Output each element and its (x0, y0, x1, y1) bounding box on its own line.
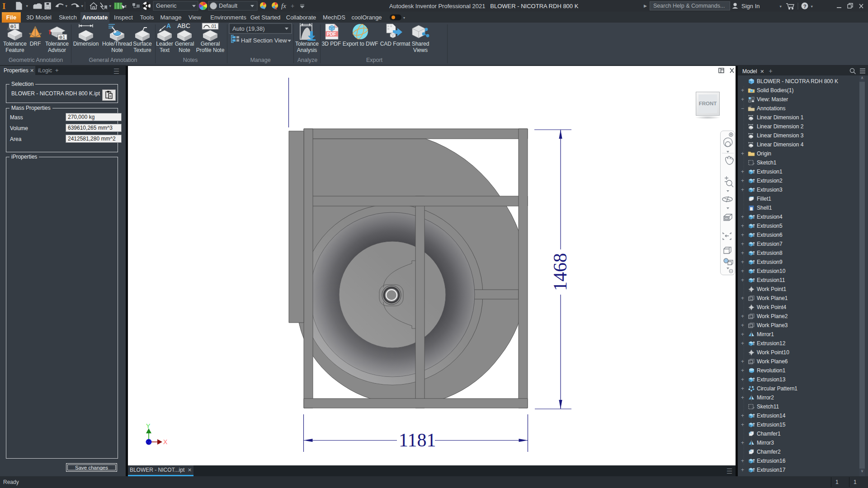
svg-text:Shared: Shared (412, 41, 429, 47)
svg-text:?: ? (803, 4, 807, 9)
svg-text:Note: Note (179, 47, 190, 53)
svg-text:+: + (291, 2, 294, 9)
svg-text:⊕1: ⊕1 (59, 35, 65, 40)
svg-text:Auto (19,38): Auto (19,38) (232, 25, 265, 32)
svg-text:Feature: Feature (5, 47, 24, 53)
svg-text:▼: ▼ (65, 4, 68, 8)
svg-text:Analyze: Analyze (297, 57, 318, 63)
svg-text:Default: Default (219, 2, 238, 9)
svg-text:Notes: Notes (183, 57, 198, 63)
svg-text:▼: ▼ (779, 5, 782, 9)
svg-text:Sign In: Sign In (741, 3, 760, 9)
svg-text:⊕1: ⊕1 (10, 24, 16, 29)
svg-text:DRF: DRF (30, 41, 41, 47)
svg-text:CAD Format: CAD Format (380, 41, 410, 47)
svg-text:Manage: Manage (250, 57, 270, 63)
svg-text:ABC: ABC (177, 23, 190, 29)
svg-text:Profile Note: Profile Note (196, 47, 225, 53)
svg-text:Y: Y (146, 422, 151, 430)
svg-text:1181: 1181 (399, 430, 436, 450)
svg-text:General Annotation: General Annotation (89, 57, 137, 63)
svg-text:x: x (274, 5, 277, 10)
svg-text:Analysis: Analysis (297, 47, 317, 53)
svg-text:Tolerance: Tolerance (3, 41, 27, 47)
svg-text:Texture: Texture (133, 47, 151, 53)
svg-text:▼: ▼ (25, 4, 28, 8)
svg-text:Views: Views (413, 47, 428, 53)
svg-text:Geometric Annotation: Geometric Annotation (9, 57, 63, 63)
svg-text:▼: ▼ (810, 5, 813, 9)
svg-text:Text: Text (160, 47, 170, 53)
svg-text:▾: ▾ (403, 16, 405, 20)
svg-text:Advisor: Advisor (48, 47, 66, 53)
svg-text:Note: Note (111, 47, 123, 53)
svg-text:Leader: Leader (156, 41, 173, 47)
svg-text:General: General (175, 41, 194, 47)
svg-text:fx: fx (281, 2, 286, 9)
svg-text:▼: ▼ (80, 4, 84, 8)
svg-text:PDF: PDF (327, 32, 336, 37)
svg-text:.01: .01 (210, 24, 217, 29)
svg-text:General: General (201, 41, 220, 47)
svg-text:Tolerance: Tolerance (45, 41, 69, 47)
svg-text:Half Section View: Half Section View (241, 37, 287, 44)
svg-text:1468: 1468 (550, 253, 571, 291)
svg-text:Surface: Surface (133, 41, 152, 47)
svg-text:Hole/Thread: Hole/Thread (102, 41, 132, 47)
svg-text:Z: Z (147, 439, 150, 446)
svg-text:Export to DWF: Export to DWF (343, 41, 378, 47)
svg-text:Generic: Generic (156, 2, 177, 9)
svg-text:▼: ▼ (108, 4, 112, 8)
svg-text:Tolerance: Tolerance (295, 41, 319, 47)
svg-text:3D PDF: 3D PDF (322, 41, 341, 47)
svg-text:A: A (166, 23, 171, 29)
svg-text:Export: Export (366, 57, 383, 63)
svg-text:I: I (2, 1, 5, 11)
svg-text:X: X (163, 438, 168, 446)
svg-text:Dimension: Dimension (73, 41, 99, 47)
svg-text:▼: ▼ (124, 4, 127, 8)
